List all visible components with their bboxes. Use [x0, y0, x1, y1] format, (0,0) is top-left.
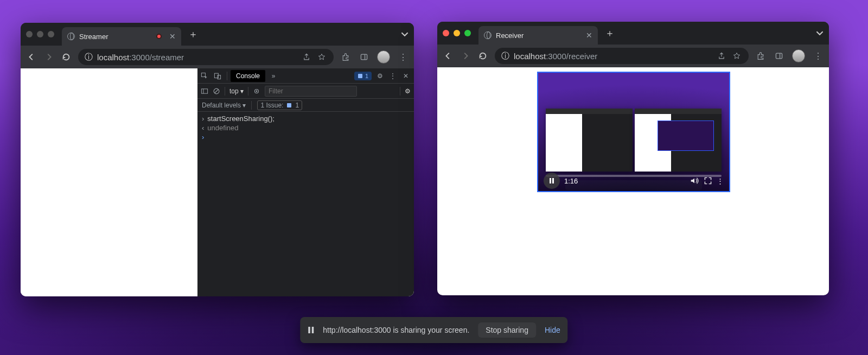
inspect-icon[interactable]	[201, 72, 210, 80]
prompt-chevron-icon: ›	[202, 133, 204, 141]
new-tab-button[interactable]: ＋	[186, 27, 201, 42]
console-toolbar: top ▾ ⚙	[197, 84, 414, 99]
share-icon[interactable]	[716, 50, 727, 61]
site-info-icon[interactable]: ⓘ	[85, 52, 93, 62]
devtools-close-icon[interactable]: ✕	[401, 72, 411, 80]
url-host: localhost	[97, 53, 129, 62]
volume-icon[interactable]	[690, 176, 699, 186]
video-player[interactable]: 1:16 ⋮	[537, 72, 730, 192]
svg-rect-12	[287, 103, 291, 107]
bookmark-star-icon[interactable]	[316, 52, 327, 62]
toolbar-right-icons: ⋮	[340, 50, 409, 64]
svg-rect-18	[312, 327, 314, 333]
window-controls-active[interactable]	[443, 30, 471, 36]
issue-summary[interactable]: 1 Issue: 1	[257, 100, 302, 110]
traffic-zoom[interactable]	[464, 30, 471, 36]
console-levels-row: Default levels ▾ 1 Issue: 1	[197, 99, 414, 112]
page-body	[21, 68, 197, 296]
browser-window-streamer: Streamer ✕ ＋ ⓘ localhost:3000/streamer ⋮	[21, 23, 414, 296]
more-tabs-chevron-icon[interactable]: »	[269, 72, 278, 80]
context-selector[interactable]: top ▾	[229, 87, 244, 95]
browser-toolbar: ⓘ localhost:3000/streamer ⋮	[21, 46, 414, 68]
console-settings-icon[interactable]: ⚙	[405, 87, 411, 95]
stop-sharing-button[interactable]: Stop sharing	[478, 322, 536, 338]
close-tab-button[interactable]: ✕	[169, 32, 176, 41]
devtools-settings-icon[interactable]: ⚙	[375, 72, 385, 80]
window-controls-inactive[interactable]	[26, 31, 54, 37]
bookmark-star-icon[interactable]	[731, 50, 742, 61]
tab-bar: Streamer ✕ ＋	[21, 23, 414, 46]
tab-list-chevron-icon[interactable]	[401, 30, 409, 38]
log-levels-selector[interactable]: Default levels ▾	[202, 102, 246, 109]
share-icon[interactable]	[301, 52, 312, 62]
svg-rect-5	[358, 74, 362, 78]
console-log[interactable]: › startScreenSharing(); ‹ undefined ›	[197, 112, 414, 142]
hide-sharing-button[interactable]: Hide	[545, 326, 560, 334]
console-prompt-row[interactable]: ›	[197, 132, 414, 142]
address-bar[interactable]: ⓘ localhost:3000/streamer	[78, 49, 334, 65]
address-bar[interactable]: ⓘ localhost:3000/receiver	[495, 48, 749, 64]
issues-badge[interactable]: 1	[354, 72, 372, 80]
svg-line-9	[215, 89, 219, 93]
extensions-icon[interactable]	[755, 50, 766, 61]
traffic-close[interactable]	[26, 31, 33, 37]
new-tab-button[interactable]: ＋	[602, 26, 617, 41]
device-toggle-icon[interactable]	[214, 72, 224, 80]
close-tab-button[interactable]: ✕	[586, 31, 592, 40]
menu-icon[interactable]: ⋮	[398, 52, 409, 62]
console-filter-input[interactable]	[265, 86, 357, 97]
traffic-minimize[interactable]	[454, 30, 460, 36]
reload-button[interactable]	[61, 52, 72, 62]
svg-rect-6	[201, 88, 207, 93]
back-button[interactable]	[443, 50, 454, 61]
video-menu-icon[interactable]: ⋮	[717, 177, 724, 185]
svg-rect-17	[308, 327, 310, 333]
video-time: 1:16	[564, 177, 578, 185]
traffic-zoom[interactable]	[48, 31, 54, 37]
sidepanel-icon[interactable]	[774, 50, 784, 61]
tab-title: Streamer	[79, 33, 108, 41]
browser-toolbar: ⓘ localhost:3000/receiver ⋮	[437, 45, 829, 67]
sidepanel-icon[interactable]	[359, 52, 369, 62]
fullscreen-icon[interactable]	[704, 176, 712, 185]
live-expression-icon[interactable]	[253, 87, 260, 95]
reload-button[interactable]	[477, 50, 488, 61]
tab-bar: Receiver ✕ ＋	[437, 22, 829, 45]
site-info-icon[interactable]: ⓘ	[501, 51, 509, 61]
traffic-minimize[interactable]	[37, 31, 43, 37]
console-result: undefined	[207, 124, 238, 132]
globe-icon	[67, 33, 75, 40]
pause-button[interactable]	[544, 173, 560, 189]
tab-list-chevron-icon[interactable]	[816, 29, 824, 37]
pause-share-icon[interactable]	[308, 326, 314, 334]
console-command: startScreenSharing();	[207, 115, 275, 123]
sharing-text: http://localhost:3000 is sharing your sc…	[323, 326, 469, 334]
svg-point-11	[256, 90, 258, 92]
profile-avatar[interactable]	[792, 49, 805, 62]
console-sidebar-toggle-icon[interactable]	[201, 87, 208, 95]
extensions-icon[interactable]	[340, 52, 351, 62]
tab-title: Receiver	[496, 31, 524, 40]
back-button[interactable]	[26, 52, 37, 62]
svg-rect-15	[550, 178, 551, 183]
devtools-panel: Console » 1 ⚙ ⋮ ✕ top ▾	[197, 68, 414, 296]
clear-console-icon[interactable]	[213, 87, 220, 95]
console-output-row: ‹ undefined	[197, 123, 414, 132]
browser-tab-receiver[interactable]: Receiver ✕	[478, 26, 598, 45]
profile-avatar[interactable]	[377, 50, 390, 64]
browser-tab-streamer[interactable]: Streamer ✕	[62, 27, 181, 46]
traffic-close[interactable]	[443, 30, 449, 36]
svg-rect-13	[776, 53, 782, 59]
recording-indicator-icon	[156, 34, 162, 39]
chevron-left-icon: ‹	[202, 124, 204, 132]
forward-button[interactable]	[460, 50, 471, 61]
devtools-menu-icon[interactable]: ⋮	[388, 72, 398, 80]
screen-sharing-bar: http://localhost:3000 is sharing your sc…	[300, 317, 567, 343]
mini-window-right	[635, 109, 722, 172]
devtools-tab-bar: Console » 1 ⚙ ⋮ ✕	[197, 68, 414, 84]
console-tab[interactable]: Console	[231, 70, 265, 82]
forward-button[interactable]	[43, 52, 54, 62]
menu-icon[interactable]: ⋮	[813, 50, 824, 61]
svg-rect-0	[361, 54, 367, 60]
svg-rect-4	[218, 75, 221, 79]
